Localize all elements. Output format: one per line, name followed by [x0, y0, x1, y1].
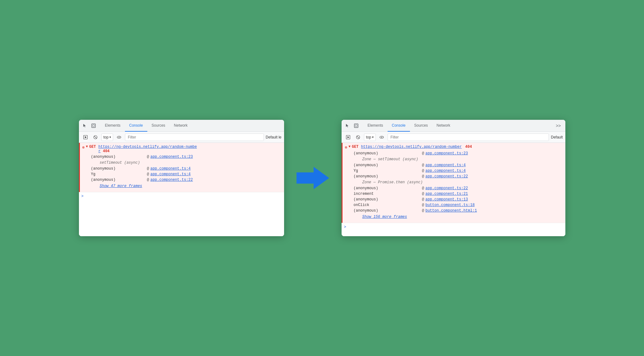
right-stack-row-5: increment @ app.component.ts:21 [354, 191, 563, 197]
left-top-selector[interactable]: top ▾ [101, 134, 113, 141]
right-stack-link-5[interactable]: app.component.ts:21 [426, 192, 468, 196]
left-show-more[interactable]: Show 47 more frames [91, 183, 282, 190]
right-stack-row-1: (anonymous) @ app.component.ts:4 [354, 162, 563, 168]
right-tab-more[interactable]: >> [554, 123, 563, 128]
left-run-button[interactable] [81, 133, 90, 141]
right-tab-icons [344, 122, 360, 129]
right-stack-fn-6: (anonymous) [354, 197, 422, 202]
left-default-level: Default le [266, 135, 282, 139]
left-stack-row-1: (anonymous) @ app.component.ts:4 [91, 166, 282, 171]
right-stack-at-6: @ [422, 197, 424, 202]
left-stack-link-2[interactable]: app.component.ts:4 [150, 172, 191, 176]
right-devtools-window: Elements Console Sources Network >> top … [342, 120, 565, 236]
right-stack-fn-1: (anonymous) [354, 163, 422, 167]
right-stack-row-8: (anonymous) @ button.component.html:1 [354, 208, 563, 213]
right-console-prompt[interactable]: > [342, 223, 565, 231]
right-box-icon[interactable] [353, 122, 360, 129]
right-stack-row-3: (anonymous) @ app.component.ts:22 [354, 174, 563, 179]
right-error-url[interactable]: https://ng-devtools.netlify.app/random-n… [361, 145, 462, 149]
right-stack-link-4[interactable]: app.component.ts:22 [426, 186, 468, 190]
right-stack-link-8[interactable]: button.component.html:1 [426, 208, 477, 213]
right-stack-at-2: @ [422, 169, 424, 173]
left-box-icon[interactable] [90, 122, 97, 129]
right-cursor-icon[interactable] [344, 122, 351, 129]
svg-rect-8 [354, 124, 358, 128]
left-tab-console[interactable]: Console [125, 120, 147, 132]
right-stack-link-0[interactable]: app.component.ts:23 [426, 151, 468, 156]
right-stack-fn-5: increment [354, 192, 422, 196]
comparison-container: Elements Console Sources Network top ▾ D… [79, 120, 565, 236]
right-stack-at-5: @ [422, 192, 424, 196]
left-error-triangle[interactable]: ▼ [86, 145, 88, 148]
left-stack-at-3: @ [147, 178, 149, 182]
right-tab-elements[interactable]: Elements [363, 120, 388, 132]
left-tab-icons [81, 122, 97, 129]
right-error-header: ⊗ ▼ GET https://ng-devtools.netlify.app/… [345, 145, 563, 150]
arrow-container [297, 167, 329, 189]
left-error-header: ⊗ ▼ GET https://ng-devtools.netlify.app/… [82, 145, 282, 153]
right-stack-at-7: @ [422, 203, 424, 207]
svg-rect-9 [355, 125, 357, 127]
left-filter-input[interactable] [125, 134, 264, 141]
left-error-method: GET [89, 145, 96, 149]
right-default-level: Default [551, 135, 563, 139]
right-stack-link-6[interactable]: app.component.ts:13 [426, 197, 468, 202]
svg-rect-1 [93, 125, 94, 127]
left-error-icon: ⊗ [82, 145, 85, 150]
left-stack-link-0[interactable]: app.component.ts:23 [150, 155, 193, 159]
left-stack-fn-2: Yg [91, 172, 147, 176]
left-stack-link-3[interactable]: app.component.ts:22 [150, 178, 193, 182]
left-stack-at-0: @ [147, 155, 149, 159]
left-stack-row-3: (anonymous) @ app.component.ts:22 [91, 177, 282, 183]
right-filter-input[interactable] [388, 134, 549, 141]
right-stack-link-7[interactable]: button.component.ts:18 [426, 203, 475, 207]
left-stack-at-2: @ [147, 172, 149, 176]
right-block-button[interactable] [354, 133, 362, 141]
left-tab-elements[interactable]: Elements [101, 120, 125, 132]
left-cursor-icon[interactable] [81, 122, 88, 129]
right-run-button[interactable] [344, 133, 352, 141]
left-dropdown-icon: ▾ [109, 135, 111, 139]
right-error-code: 404 [465, 145, 472, 149]
right-error-icon: ⊗ [345, 145, 347, 150]
right-stack-row-7: onClick @ button.component.ts:18 [354, 202, 563, 208]
left-stack-link-1[interactable]: app.component.ts:4 [150, 166, 191, 171]
right-toolbar: top ▾ Default [342, 132, 565, 143]
svg-point-15 [381, 137, 382, 138]
left-stack-fn-1: (anonymous) [91, 166, 147, 171]
right-stack-row-0: (anonymous) @ app.component.ts:23 [354, 151, 563, 156]
right-prompt-symbol: > [344, 225, 346, 229]
right-eye-button[interactable] [378, 133, 386, 141]
left-block-button[interactable] [91, 133, 99, 141]
svg-marker-3 [85, 136, 87, 138]
right-stack-at-0: @ [422, 151, 424, 156]
right-async-row-1: Zone — Promise.then (async) [354, 179, 563, 185]
right-stack-link-1[interactable]: app.component.ts:4 [426, 163, 466, 167]
right-stack-link-2[interactable]: app.component.ts:4 [426, 169, 466, 173]
right-stack-rows: (anonymous) @ app.component.ts:23 Zone —… [345, 150, 563, 221]
right-tab-sources[interactable]: Sources [410, 120, 432, 132]
right-error-method: GET [352, 145, 359, 149]
right-stack-at-4: @ [422, 186, 424, 190]
left-stack-fn-0: (anonymous) [91, 155, 147, 159]
left-async-row-0: setTimeout (async) [91, 160, 282, 166]
right-tab-network[interactable]: Network [432, 120, 455, 132]
right-stack-link-3[interactable]: app.component.ts:22 [426, 174, 468, 179]
arrow-shaft [297, 172, 314, 184]
right-error-triangle[interactable]: ▼ [348, 145, 351, 148]
right-tab-console[interactable]: Console [388, 120, 410, 132]
left-error-code: 404 [103, 149, 110, 153]
left-tab-sources[interactable]: Sources [147, 120, 170, 132]
right-show-more[interactable]: Show 156 more frames [354, 213, 563, 220]
arrow-head [314, 167, 329, 189]
svg-line-5 [94, 136, 97, 138]
svg-point-7 [119, 137, 120, 138]
left-top-label: top [104, 135, 109, 139]
blue-arrow [297, 167, 329, 189]
left-eye-button[interactable] [115, 133, 123, 141]
left-console-prompt[interactable]: > [79, 192, 284, 200]
left-tab-network[interactable]: Network [170, 120, 192, 132]
left-error-url[interactable]: https://ng-devtools.netlify.app/random-n… [99, 145, 197, 153]
right-top-selector[interactable]: top ▾ [364, 134, 376, 141]
right-stack-at-1: @ [422, 163, 424, 167]
